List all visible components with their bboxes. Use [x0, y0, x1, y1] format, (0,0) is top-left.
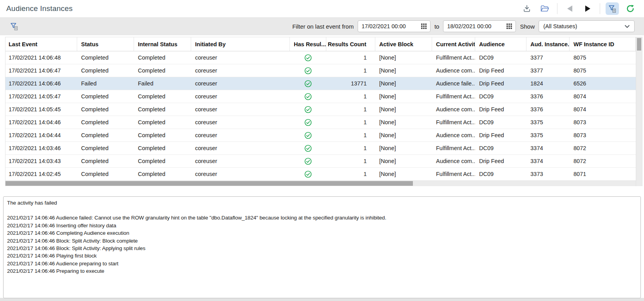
cell-wf_instance: 8073: [570, 116, 636, 129]
refresh-button[interactable]: [624, 2, 637, 15]
cell-audience: DC09: [475, 116, 526, 129]
status-filter-select[interactable]: (All Statuses): [539, 20, 635, 32]
cell-wf_instance: 6526: [570, 77, 636, 90]
cell-has_results: [290, 129, 326, 141]
cell-aud_instance: 3377: [526, 64, 570, 77]
date-from-input[interactable]: [362, 23, 421, 29]
cell-aud_instance: 3374: [526, 155, 570, 167]
table-row[interactable]: 17/02/2021 14:05:45CompletedCompletedcor…: [5, 103, 636, 116]
check-circle-icon: [304, 93, 312, 100]
cell-results_count: 1: [326, 142, 375, 154]
page-title: Audience Instances: [6, 4, 72, 13]
cell-initiated_by: coreuser: [191, 90, 290, 103]
table-row[interactable]: 17/02/2021 14:06:48CompletedCompletedcor…: [5, 51, 636, 64]
cell-internal_status: Completed: [134, 64, 191, 77]
cell-last_event: 17/02/2021 14:03:46: [5, 142, 77, 154]
log-line: 2021/02/17 14:06:46 Block: Split Activit…: [7, 237, 637, 245]
table-row[interactable]: 17/02/2021 14:05:47CompletedCompletedcor…: [5, 90, 636, 103]
filter-list-icon: [9, 22, 19, 31]
cell-internal_status: Completed: [134, 51, 191, 64]
cell-wf_instance: 8075: [570, 51, 636, 64]
cell-active_block: [None]: [375, 51, 432, 64]
cell-current_activity: Fulfillment Act...: [432, 116, 475, 129]
column-header-has_results[interactable]: Has Resul...: [290, 37, 326, 51]
cell-active_block: [None]: [375, 103, 432, 116]
table-row[interactable]: 17/02/2021 14:02:45CompletedCompletedcor…: [5, 168, 636, 181]
cell-has_results: [290, 155, 326, 167]
cell-last_event: 17/02/2021 14:04:46: [5, 116, 77, 129]
table-row[interactable]: 17/02/2021 14:04:46CompletedCompletedcor…: [5, 116, 636, 129]
cell-internal_status: Completed: [134, 129, 191, 141]
open-folder-button[interactable]: [538, 2, 552, 15]
column-header-aud_instance[interactable]: Aud. Instance...: [526, 37, 570, 51]
chevron-down-icon: [624, 25, 630, 28]
table-row[interactable]: 17/02/2021 14:03:46CompletedCompletedcor…: [5, 142, 636, 155]
back-button[interactable]: [563, 2, 576, 15]
cell-internal_status: Completed: [134, 155, 191, 167]
log-line: 2021/02/17 14:06:46 Audience failed: Can…: [7, 214, 637, 221]
column-header-status[interactable]: Status: [77, 37, 134, 51]
horizontal-scrollbar[interactable]: [5, 181, 636, 186]
cell-results_count: 13771: [326, 77, 375, 90]
date-to-field[interactable]: [443, 20, 516, 32]
cell-aud_instance: 3373: [526, 168, 570, 180]
cell-status: Completed: [77, 116, 134, 129]
table-row[interactable]: 17/02/2021 14:04:44CompletedCompletedcor…: [5, 129, 636, 142]
cell-current_activity: Fulfillment Act...: [432, 90, 475, 103]
column-header-results_count[interactable]: Results Count: [326, 37, 375, 51]
cell-current_activity: Audience com...: [432, 155, 475, 167]
table-row[interactable]: 17/02/2021 14:06:46FailedFailedcoreuser1…: [5, 77, 636, 90]
vertical-scrollbar[interactable]: [636, 37, 642, 186]
column-header-current_activity[interactable]: Current Activity: [432, 37, 475, 51]
divider: [600, 3, 600, 14]
cell-results_count: 1: [326, 168, 375, 180]
column-header-active_block[interactable]: Active Block: [375, 37, 432, 51]
calendar-grid-icon[interactable]: [421, 24, 427, 29]
filter-from-label: Filter on last event from: [292, 23, 354, 30]
cell-wf_instance: 8075: [570, 64, 636, 77]
column-header-internal_status[interactable]: Internal Status: [134, 37, 191, 51]
cell-has_results: [290, 168, 326, 180]
column-header-audience[interactable]: Audience: [475, 37, 526, 51]
column-header-wf_instance[interactable]: WF Instance ID: [570, 37, 636, 51]
cell-last_event: 17/02/2021 14:03:43: [5, 155, 77, 167]
cell-aud_instance: 3374: [526, 142, 570, 154]
cell-initiated_by: coreuser: [191, 142, 290, 154]
vertical-scrollbar-thumb[interactable]: [637, 38, 641, 51]
cell-initiated_by: coreuser: [191, 155, 290, 167]
log-line: 2021/02/17 14:06:46 Preparing to execute: [7, 267, 637, 275]
cell-current_activity: Audience com...: [432, 103, 475, 116]
cell-last_event: 17/02/2021 14:04:44: [5, 129, 77, 141]
table-row[interactable]: 17/02/2021 14:03:43CompletedCompletedcor…: [5, 155, 636, 168]
download-button[interactable]: [520, 2, 534, 15]
horizontal-scrollbar-thumb[interactable]: [5, 181, 413, 186]
cell-aud_instance: 1824: [526, 77, 570, 90]
filter-list-button[interactable]: [9, 22, 19, 31]
cell-initiated_by: coreuser: [191, 51, 290, 64]
filter-results-button[interactable]: [606, 2, 619, 15]
check-circle-icon: [304, 145, 312, 152]
spacer: [0, 186, 644, 196]
calendar-grid-icon[interactable]: [507, 24, 512, 29]
column-header-last_event[interactable]: Last Event: [5, 37, 77, 51]
date-from-field[interactable]: [358, 20, 431, 32]
log-line: 2021/02/17 14:06:46 Playing first block: [7, 252, 637, 259]
check-circle-icon: [304, 158, 312, 165]
cell-wf_instance: 8073: [570, 129, 636, 141]
cell-has_results: [290, 77, 326, 90]
cell-wf_instance: 8071: [570, 168, 636, 180]
cell-audience: Drip Feed: [475, 129, 526, 141]
forward-button[interactable]: [581, 2, 594, 15]
cell-initiated_by: coreuser: [191, 168, 290, 180]
column-header-initiated_by[interactable]: Initiated By: [191, 37, 290, 51]
cell-wf_instance: 8072: [570, 155, 636, 167]
cell-active_block: [None]: [375, 129, 432, 141]
log-status-line: The activity has failed: [7, 199, 637, 207]
cell-has_results: [290, 51, 326, 64]
table-row[interactable]: 17/02/2021 14:06:47CompletedCompletedcor…: [5, 64, 636, 77]
table-header: Last EventStatusInternal StatusInitiated…: [5, 37, 636, 51]
back-icon: [567, 5, 572, 12]
date-to-input[interactable]: [447, 23, 507, 29]
cell-results_count: 1: [326, 129, 375, 141]
cell-audience: Drip Feed: [475, 103, 526, 116]
